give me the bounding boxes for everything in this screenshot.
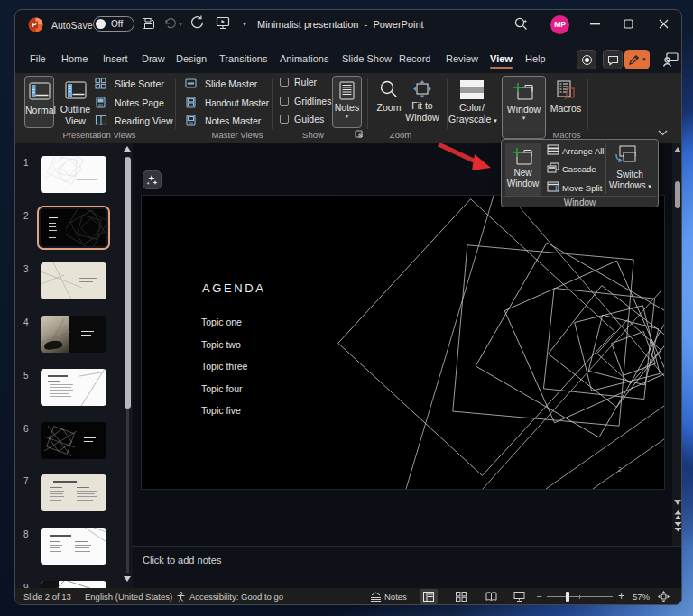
- svg-text:P: P: [32, 21, 36, 29]
